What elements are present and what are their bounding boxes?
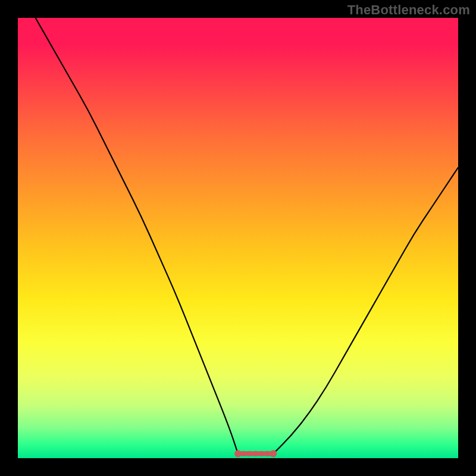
optimal-range-dot	[259, 451, 264, 456]
optimal-range-dots	[234, 450, 277, 458]
optimal-range-dot	[253, 451, 258, 456]
optimal-range-dot	[234, 450, 242, 458]
chart-frame: TheBottleneck.com	[0, 0, 476, 476]
left-curve	[36, 18, 238, 454]
optimal-range-dot	[247, 451, 252, 456]
plot-area	[18, 18, 458, 458]
right-curve	[273, 168, 458, 454]
optimal-range-dot	[265, 451, 270, 456]
curve-svg	[18, 18, 458, 458]
optimal-range-dot	[270, 450, 277, 458]
watermark-text: TheBottleneck.com	[347, 2, 470, 18]
optimal-range-dot	[241, 451, 246, 456]
